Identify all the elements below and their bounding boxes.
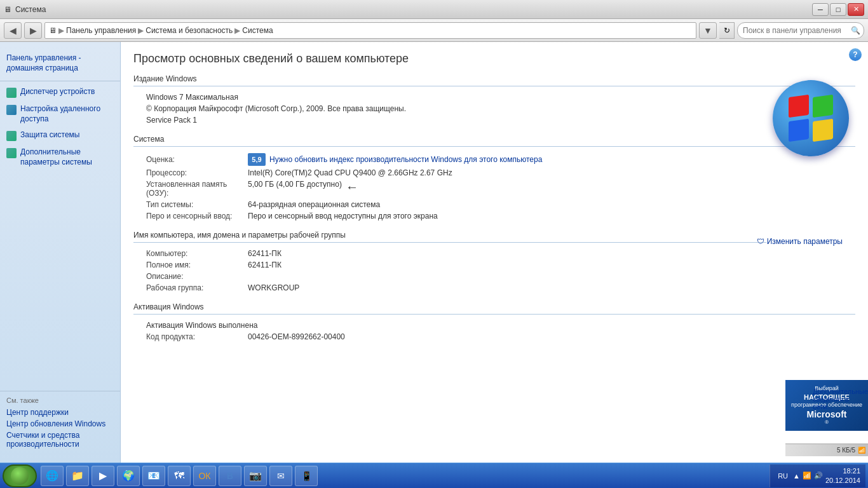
workgroup-value: WORKGROUP <box>248 283 299 292</box>
help-button[interactable]: ? <box>849 48 862 61</box>
sep1: ▶ <box>58 26 64 35</box>
rating-badge: 5,9 <box>248 153 266 166</box>
content-area: ? Просмотр основных сведений о вашем ком… <box>121 42 868 463</box>
ms-link-wrapper: Дополнительные сведения в сети... <box>863 427 868 430</box>
refresh-button[interactable]: ↻ <box>719 22 735 39</box>
processor-value: Intel(R) Core(TM)2 Quad CPU Q9400 @ 2.66… <box>248 168 452 177</box>
windows-logo-inner <box>789 96 833 140</box>
tray-date-value: 20.12.2014 <box>825 476 860 485</box>
workgroup-label: Рабочая группа: <box>146 283 248 292</box>
taskbar-app-phone[interactable]: 📱 <box>295 466 318 486</box>
title-bar-title: Система <box>15 5 46 14</box>
windows-logo <box>773 80 849 156</box>
rating-link[interactable]: Нужно обновить индекс производительности… <box>269 155 542 164</box>
speed-icon: 📶 <box>858 447 865 454</box>
system-protect-icon <box>6 131 17 141</box>
section-computer-name-header: Имя компьютера, имя домена и параметры р… <box>133 231 766 243</box>
breadcrumb-system[interactable]: Система <box>242 26 273 35</box>
change-params-button[interactable]: 🛡 Изменить параметры <box>757 237 843 246</box>
taskbar-app-vk[interactable]: В <box>219 466 241 486</box>
language-indicator[interactable]: RU <box>775 471 790 481</box>
sidebar-perf-link[interactable]: Счетчики и средства производительности <box>6 431 114 449</box>
change-params-label: Изменить параметры <box>767 237 843 246</box>
section-system-content: Оценка: 5,9 Нужно обновить индекс произв… <box>133 153 855 220</box>
main-container: Панель управления - домашняя страница Ди… <box>0 42 868 463</box>
taskbar-app-ok[interactable]: ОК <box>193 466 216 486</box>
search-icon: 🔍 <box>851 26 860 35</box>
taskbar-app-mail[interactable]: 📧 <box>142 466 165 486</box>
sidebar-item-label: Настройка удаленного доступа <box>20 104 114 124</box>
rating-row: Оценка: 5,9 Нужно обновить индекс произв… <box>146 153 855 166</box>
tray-arrow[interactable]: ▲ <box>793 472 800 480</box>
speed-value: 5 КБ/5 <box>837 447 855 454</box>
memory-value: 5,00 ГБ (4,00 ГБ доступно) <box>248 180 342 198</box>
product-key-label: Код продукта: <box>146 332 248 341</box>
computer-name-left: Имя компьютера, имя домена и параметры р… <box>133 231 766 302</box>
sidebar-item-advanced-settings[interactable]: Дополнительные параметры системы <box>0 144 120 170</box>
dropdown-button[interactable]: ▼ <box>699 22 717 39</box>
ms-link[interactable]: Дополнительные сведения в сети... <box>813 388 868 410</box>
breadcrumb-security[interactable]: Система и безопасность <box>146 26 233 35</box>
change-params-icon: 🛡 <box>757 237 764 246</box>
taskbar-app-explorer[interactable]: 📁 <box>66 466 89 486</box>
sep2: ▶ <box>138 26 144 35</box>
sidebar-update-link[interactable]: Центр обновления Windows <box>6 419 114 428</box>
minimize-button[interactable]: ─ <box>812 3 829 16</box>
tray-clock: 18:21 20.12.2014 <box>825 466 860 485</box>
sidebar-support-link[interactable]: Центр поддержки <box>6 408 114 417</box>
taskbar-tray: RU ▲ 📶 🔊 18:21 20.12.2014 <box>770 464 865 487</box>
sidebar-item-system-protect[interactable]: Защита системы <box>0 127 120 144</box>
start-button[interactable] <box>3 464 37 487</box>
ms-banner-brand: Microsoft <box>807 409 847 419</box>
device-manager-icon <box>6 88 17 98</box>
description-label: Описание: <box>146 272 248 281</box>
taskbar-app-media[interactable]: ▶ <box>92 466 114 486</box>
title-bar-left: 🖥 Система <box>4 5 46 14</box>
logo-quad-yellow <box>813 119 833 142</box>
address-path[interactable]: 🖥 ▶ Панель управления ▶ Система и безопа… <box>44 22 696 39</box>
forward-button[interactable]: ▶ <box>24 22 42 39</box>
taskbar-app-msg[interactable]: ✉ <box>269 466 292 486</box>
memory-label: Установленная память (ОЗУ): <box>146 180 248 198</box>
sidebar-footer: См. также Центр поддержки Центр обновлен… <box>0 391 120 456</box>
tray-volume[interactable]: 🔊 <box>814 471 823 480</box>
computer-row: Компьютер: 62411-ПК <box>146 249 766 258</box>
memory-row: Установленная память (ОЗУ): 5,00 ГБ (4,0… <box>146 180 855 198</box>
pen-row: Перо и сенсорный ввод: Перо и сенсорный … <box>146 212 855 220</box>
taskbar-app-maps[interactable]: 🗺 <box>168 466 191 486</box>
computer-value: 62411-ПК <box>248 249 281 258</box>
sidebar: Панель управления - домашняя страница Ди… <box>0 42 121 463</box>
section-activation-content: Активация Windows выполнена Код продукта… <box>133 321 855 341</box>
tray-network: 📶 <box>803 471 811 480</box>
advanced-settings-icon <box>6 148 17 158</box>
section-windows-edition-header: Издание Windows <box>133 74 855 86</box>
section-windows-edition-content: Windows 7 Максимальная © Корпорация Майк… <box>133 93 855 125</box>
breadcrumb-icon: 🖥 <box>49 26 57 35</box>
computer-name-wrapper: Имя компьютера, имя домена и параметры р… <box>133 231 855 302</box>
close-button[interactable]: ✕ <box>848 3 864 16</box>
breadcrumb-control-panel[interactable]: Панель управления <box>66 26 136 35</box>
copyright-row: © Корпорация Майкрософт (Microsoft Corp.… <box>146 104 855 113</box>
taskbar-app-chrome[interactable]: 🌍 <box>117 466 140 486</box>
title-bar: 🖥 Система ─ □ ✕ <box>0 0 868 19</box>
back-button[interactable]: ◀ <box>4 22 22 39</box>
computer-label: Компьютер: <box>146 249 248 258</box>
ms-banner-suffix: ® <box>825 419 829 426</box>
title-bar-icon: 🖥 <box>4 5 11 14</box>
maximize-button[interactable]: □ <box>830 3 846 16</box>
logo-quad-green <box>813 95 833 118</box>
sep3: ▶ <box>234 26 240 35</box>
product-key-row: Код продукта: 00426-OEM-8992662-00400 <box>146 332 855 341</box>
windows-logo-circle <box>773 80 849 156</box>
sidebar-item-device-manager[interactable]: Диспетчер устройств <box>0 84 120 101</box>
address-bar: ◀ ▶ 🖥 ▶ Панель управления ▶ Система и бе… <box>0 19 868 42</box>
sidebar-item-remote-access[interactable]: Настройка удаленного доступа <box>0 101 120 127</box>
taskbar-app-ie[interactable]: 🌐 <box>41 466 64 486</box>
sidebar-home-link[interactable]: Панель управления - домашняя страница <box>6 53 114 73</box>
edition-row: Windows 7 Максимальная <box>146 93 855 102</box>
search-input[interactable] <box>737 22 864 39</box>
page-title: Просмотр основных сведений о вашем компь… <box>133 52 855 65</box>
os-type-label: Тип системы: <box>146 200 248 209</box>
taskbar-app-cam[interactable]: 📷 <box>244 466 267 486</box>
sidebar-home-section: Панель управления - домашняя страница <box>0 48 120 78</box>
